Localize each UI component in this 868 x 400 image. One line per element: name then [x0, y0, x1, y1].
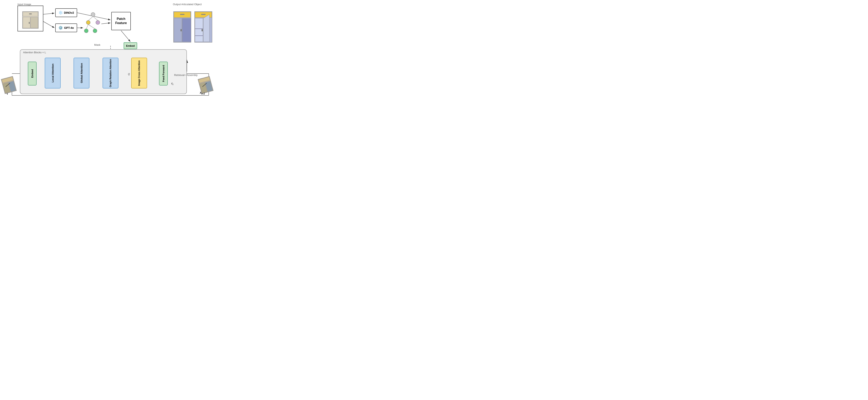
input-image-label: Input Image	[18, 3, 31, 6]
svg-rect-80	[202, 29, 203, 31]
svg-point-59	[86, 21, 90, 25]
image-cross-attention-block: Image Cross Attention	[131, 58, 147, 89]
svg-rect-69	[180, 14, 184, 15]
gpt-box: ⚙️ GPT-4o	[55, 24, 77, 32]
feed-forward-block: Feed Forward	[159, 62, 168, 86]
output-images-area	[171, 6, 215, 43]
mask-label: Mask	[94, 43, 100, 46]
svg-line-8	[121, 31, 130, 42]
snowflake-icon: ❄️	[58, 10, 63, 15]
patch-feature-box: PatchFeature	[111, 12, 131, 30]
embed-top-box: Embed	[124, 42, 137, 49]
local-attention-block: Local Attention	[45, 58, 61, 89]
epsilon-label: εt	[171, 82, 173, 86]
cabinet-illustration	[21, 7, 40, 29]
svg-line-4	[43, 22, 55, 28]
svg-line-3	[43, 13, 55, 14]
xt-cabinet	[0, 75, 18, 95]
svg-line-64	[93, 17, 98, 21]
attention-blocks-label: Attention Blocks × L	[23, 51, 46, 54]
svg-point-61	[84, 29, 88, 33]
openai-icon: ⚙️	[58, 26, 63, 30]
svg-rect-79	[195, 35, 203, 36]
svg-marker-77	[203, 14, 210, 42]
input-image-box	[18, 6, 43, 31]
retrieval-assembly-label: Retrieval+ Assembly	[174, 73, 198, 76]
svg-rect-56	[29, 22, 30, 24]
svg-point-58	[91, 12, 95, 17]
q-label: Q	[128, 73, 130, 75]
svg-line-66	[88, 25, 95, 29]
local-attention-label: Local Attention	[51, 64, 54, 82]
svg-rect-75	[201, 14, 206, 15]
svg-rect-57	[31, 17, 38, 28]
xt1-label: xt-1	[200, 90, 205, 95]
dino-box: ❄️ DINOv2	[55, 8, 77, 17]
svg-rect-78	[195, 28, 203, 29]
svg-line-65	[86, 25, 88, 29]
svg-point-60	[96, 21, 100, 25]
output-cabinet-1	[173, 6, 192, 43]
svg-point-62	[93, 29, 97, 33]
global-attention-label: Global Attention	[80, 63, 83, 83]
embed-top-label: Embed	[126, 44, 134, 47]
output-label: Output Articulated Object	[173, 3, 202, 6]
tree-svg	[83, 11, 103, 35]
diagram-container: Input Image ❄️ DINOv2 ⚙️ GPT-4o	[0, 0, 217, 100]
graph-attention-label: Graph Relation Attention	[109, 59, 112, 87]
xt1-cabinet	[197, 75, 215, 95]
embed-block: Embed	[28, 62, 37, 86]
svg-line-63	[88, 17, 93, 21]
patch-feature-label: PatchFeature	[115, 17, 127, 25]
output-cabinet-2	[194, 6, 213, 43]
dino-label: DINOv2	[64, 11, 74, 14]
embed-label: Embed	[31, 69, 34, 78]
svg-rect-72	[181, 29, 182, 31]
svg-rect-54	[29, 13, 32, 14]
svg-rect-71	[182, 18, 191, 42]
global-attention-block: Global Attention	[73, 58, 89, 89]
graph-attention-block: Graph Relation Attention	[102, 58, 119, 89]
image-cross-label: Image Cross Attention	[138, 60, 141, 86]
feed-forward-label: Feed Forward	[162, 65, 165, 82]
gpt-label: GPT-4o	[64, 26, 74, 29]
